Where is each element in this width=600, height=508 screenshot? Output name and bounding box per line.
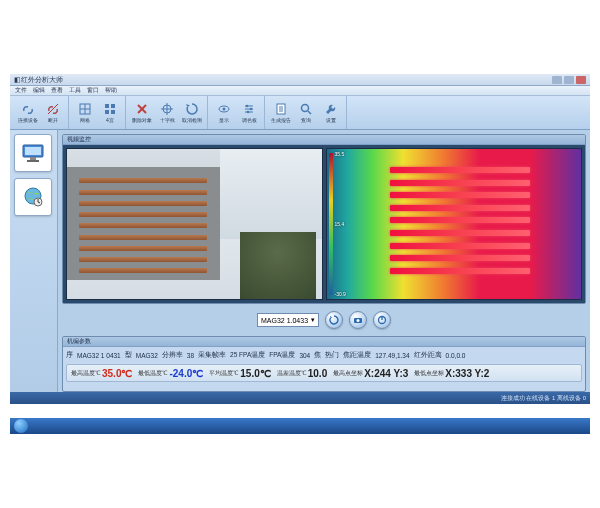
- svg-rect-28: [25, 147, 41, 155]
- video-panel: 视频监控: [62, 134, 586, 304]
- wrench-icon: [324, 102, 338, 116]
- scale-mid: 15.4: [335, 221, 345, 227]
- globe-icon: [21, 185, 45, 209]
- svg-point-14: [223, 108, 226, 111]
- chevron-down-icon: ▾: [311, 316, 315, 324]
- menu-item[interactable]: 帮助: [105, 86, 117, 95]
- toolbar-wrench-button[interactable]: 设置: [319, 98, 343, 128]
- svg-point-18: [246, 105, 249, 108]
- status-text: 连接成功 在线设备 1 离线设备 0: [501, 394, 586, 403]
- temp-readout: 最低温度℃-24.0℃: [136, 366, 205, 380]
- info-panel-title: 机编参数: [63, 337, 585, 347]
- toolbar-grid-button[interactable]: 网格: [73, 98, 97, 128]
- sidebar: [10, 130, 58, 392]
- power-button[interactable]: [373, 311, 391, 329]
- toolbar-unlink-button[interactable]: 断开: [41, 98, 65, 128]
- maximize-button[interactable]: [564, 76, 574, 84]
- svg-rect-29: [30, 157, 36, 160]
- toolbar-x-button[interactable]: 删除对象: [130, 98, 154, 128]
- temp-readout: 最高点坐标X:244 Y:3: [331, 366, 410, 380]
- svg-rect-30: [27, 160, 39, 162]
- snapshot-button[interactable]: [349, 311, 367, 329]
- window-title: 红外分析大师: [21, 75, 63, 85]
- temp-readout: 最高温度℃35.0℃: [69, 366, 134, 380]
- monitor-icon: [21, 143, 45, 163]
- app-window: ◧ 红外分析大师 文件 编辑 查看 工具 窗口 帮助 连接设备断开网格4宫删除对…: [10, 74, 590, 404]
- device-info-line: 序MAG32 1 0431 型MAG32 分辨率38 采集帧率25 FPA温度 …: [66, 349, 582, 361]
- scale-min: -30.9: [335, 291, 346, 297]
- grid4-icon: [103, 102, 117, 116]
- svg-point-19: [250, 108, 253, 111]
- link-icon: [21, 102, 35, 116]
- info-panel: 机编参数 序MAG32 1 0431 型MAG32 分辨率38 采集帧率25 F…: [62, 336, 586, 392]
- minimize-button[interactable]: [552, 76, 562, 84]
- svg-rect-7: [111, 110, 115, 114]
- refresh-icon: [329, 315, 339, 325]
- camera-icon: [353, 315, 363, 325]
- unlink-icon: [46, 102, 60, 116]
- scale-max: 35.5: [335, 151, 345, 157]
- titlebar[interactable]: ◧ 红外分析大师: [10, 74, 590, 86]
- video-panel-title: 视频监控: [63, 135, 585, 145]
- toolbar-doc-button[interactable]: 生成报告: [269, 98, 293, 128]
- menu-item[interactable]: 工具: [69, 86, 81, 95]
- svg-point-20: [247, 111, 250, 114]
- sliders-icon: [242, 102, 256, 116]
- control-row: MAG32 1.0433 ▾: [62, 308, 586, 332]
- device-combo[interactable]: MAG32 1.0433 ▾: [257, 313, 319, 327]
- statusbar: 连接成功 在线设备 1 离线设备 0: [10, 392, 590, 404]
- temperature-readout: 最高温度℃35.0℃最低温度℃-24.0℃平均温度℃15.0℃温差温度℃10.0…: [66, 364, 582, 382]
- svg-point-25: [302, 105, 309, 112]
- search-icon: [299, 102, 313, 116]
- app-icon: ◧: [14, 76, 21, 84]
- refresh-button[interactable]: [325, 311, 343, 329]
- refresh-icon: [185, 102, 199, 116]
- visible-video[interactable]: [66, 148, 323, 300]
- svg-rect-5: [111, 104, 115, 108]
- toolbar: 连接设备断开网格4宫删除对象十字线取消检测显示调色板生成报告查询设置: [10, 96, 590, 130]
- doc-icon: [274, 102, 288, 116]
- menu-item[interactable]: 文件: [15, 86, 27, 95]
- location-tile[interactable]: [14, 178, 52, 216]
- thermal-video[interactable]: 35.5 15.4 -30.9: [326, 148, 583, 300]
- thermal-scale: [329, 153, 333, 295]
- svg-rect-4: [105, 104, 109, 108]
- grid-icon: [78, 102, 92, 116]
- power-icon: [377, 315, 387, 325]
- svg-rect-6: [105, 110, 109, 114]
- temp-readout: 平均温度℃15.0℃: [207, 366, 272, 380]
- menu-item[interactable]: 编辑: [33, 86, 45, 95]
- toolbar-link-button[interactable]: 连接设备: [16, 98, 40, 128]
- temp-readout: 温差温度℃10.0: [275, 366, 329, 380]
- toolbar-refresh-button[interactable]: 取消检测: [180, 98, 204, 128]
- combo-value: MAG32 1.0433: [261, 317, 308, 324]
- toolbar-eye-button[interactable]: 显示: [212, 98, 236, 128]
- toolbar-sliders-button[interactable]: 调色板: [237, 98, 261, 128]
- menubar: 文件 编辑 查看 工具 窗口 帮助: [10, 86, 590, 96]
- workspace: 视频监控: [10, 130, 590, 392]
- os-taskbar[interactable]: [10, 418, 590, 434]
- close-button[interactable]: [576, 76, 586, 84]
- svg-line-26: [308, 111, 311, 114]
- start-button[interactable]: [14, 419, 28, 433]
- svg-point-34: [357, 319, 360, 322]
- target-icon: [160, 102, 174, 116]
- toolbar-target-button[interactable]: 十字线: [155, 98, 179, 128]
- toolbar-search-button[interactable]: 查询: [294, 98, 318, 128]
- device-tile[interactable]: [14, 134, 52, 172]
- eye-icon: [217, 102, 231, 116]
- x-icon: [135, 102, 149, 116]
- video-body: 35.5 15.4 -30.9: [63, 145, 585, 303]
- menu-item[interactable]: 窗口: [87, 86, 99, 95]
- temp-readout: 最低点坐标X:333 Y:2: [412, 366, 491, 380]
- toolbar-grid4-button[interactable]: 4宫: [98, 98, 122, 128]
- main-area: 视频监控: [58, 130, 590, 392]
- menu-item[interactable]: 查看: [51, 86, 63, 95]
